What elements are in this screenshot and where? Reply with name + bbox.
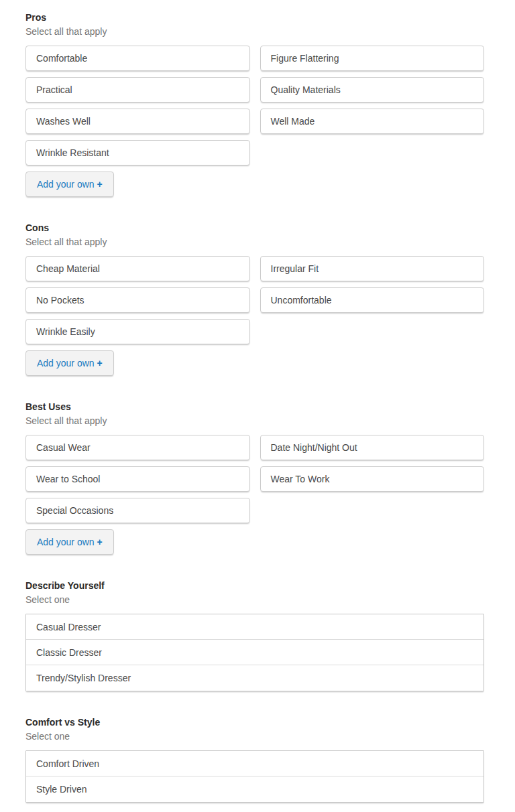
section-best-uses: Best Uses Select all that apply Casual W…	[25, 401, 484, 555]
add-your-own-label: Add your own	[37, 179, 95, 190]
option-trendy-stylish-dresser[interactable]: Trendy/Stylish Dresser	[26, 665, 483, 691]
option-casual-wear[interactable]: Casual Wear	[25, 435, 250, 460]
option-practical[interactable]: Practical	[25, 77, 250, 103]
section-subtitle-describe-yourself: Select one	[25, 594, 484, 606]
option-well-made[interactable]: Well Made	[260, 109, 485, 134]
option-comfort-driven[interactable]: Comfort Driven	[26, 751, 483, 776]
add-your-own-label: Add your own	[37, 537, 95, 547]
section-title-pros: Pros	[25, 12, 484, 23]
section-pros: Pros Select all that apply Comfortable F…	[25, 12, 484, 197]
add-your-own-button-pros[interactable]: Add your own +	[25, 172, 114, 197]
plus-icon: +	[97, 179, 103, 190]
section-subtitle-cons: Select all that apply	[25, 236, 484, 248]
section-subtitle-comfort-vs-style: Select one	[25, 731, 484, 742]
describe-yourself-select-list: Casual Dresser Classic Dresser Trendy/St…	[25, 614, 484, 691]
option-washes-well[interactable]: Washes Well	[25, 109, 250, 134]
option-comfortable[interactable]: Comfortable	[25, 46, 250, 71]
section-subtitle-pros: Select all that apply	[25, 26, 484, 38]
pros-options-grid: Comfortable Figure Flattering Practical …	[25, 46, 484, 165]
section-comfort-vs-style: Comfort vs Style Select one Comfort Driv…	[25, 717, 484, 803]
option-style-driven[interactable]: Style Driven	[26, 776, 483, 802]
option-figure-flattering[interactable]: Figure Flattering	[260, 46, 485, 71]
section-title-comfort-vs-style: Comfort vs Style	[25, 717, 484, 728]
option-special-occasions[interactable]: Special Occasions	[25, 498, 250, 523]
option-wrinkle-easily[interactable]: Wrinkle Easily	[25, 319, 250, 344]
option-cheap-material[interactable]: Cheap Material	[25, 256, 250, 281]
section-title-describe-yourself: Describe Yourself	[25, 580, 484, 592]
option-no-pockets[interactable]: No Pockets	[25, 287, 250, 313]
section-describe-yourself: Describe Yourself Select one Casual Dres…	[25, 580, 484, 691]
option-wear-to-work[interactable]: Wear To Work	[260, 466, 485, 492]
cons-options-grid: Cheap Material Irregular Fit No Pockets …	[25, 256, 484, 344]
plus-icon: +	[97, 537, 103, 547]
add-your-own-button-best-uses[interactable]: Add your own +	[25, 529, 114, 555]
best-uses-options-grid: Casual Wear Date Night/Night Out Wear to…	[25, 435, 484, 523]
section-subtitle-best-uses: Select all that apply	[25, 415, 484, 427]
section-title-cons: Cons	[25, 222, 484, 234]
option-irregular-fit[interactable]: Irregular Fit	[260, 256, 485, 281]
option-casual-dresser[interactable]: Casual Dresser	[26, 614, 483, 640]
option-classic-dresser[interactable]: Classic Dresser	[26, 640, 483, 665]
option-date-night-night-out[interactable]: Date Night/Night Out	[260, 435, 485, 460]
add-your-own-label: Add your own	[37, 358, 95, 368]
add-your-own-button-cons[interactable]: Add your own +	[25, 350, 114, 376]
section-title-best-uses: Best Uses	[25, 401, 484, 413]
option-wrinkle-resistant[interactable]: Wrinkle Resistant	[25, 140, 250, 165]
section-cons: Cons Select all that apply Cheap Materia…	[25, 222, 484, 376]
option-uncomfortable[interactable]: Uncomfortable	[260, 287, 485, 313]
option-quality-materials[interactable]: Quality Materials	[260, 77, 485, 103]
option-wear-to-school[interactable]: Wear to School	[25, 466, 250, 492]
comfort-vs-style-select-list: Comfort Driven Style Driven	[25, 750, 484, 803]
plus-icon: +	[97, 358, 103, 368]
